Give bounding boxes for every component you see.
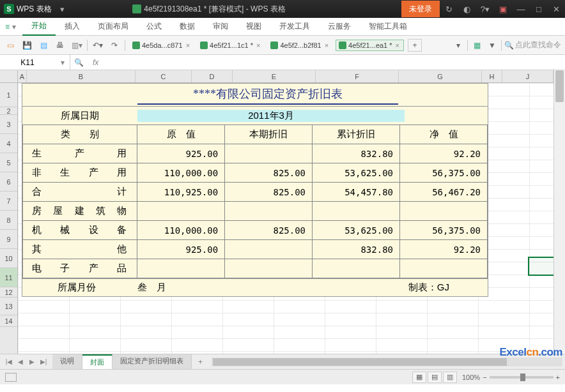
tool-icon-2[interactable]: ▼	[486, 39, 499, 52]
row-header-1[interactable]: 1	[0, 83, 17, 107]
redo-icon[interactable]: ↷	[108, 39, 121, 52]
col-header-H[interactable]: H	[482, 70, 502, 82]
cell[interactable]: 非生产用	[23, 163, 137, 183]
sheet-prev-icon[interactable]: ◀	[15, 357, 26, 367]
cell[interactable]: 92.20	[400, 144, 488, 163]
cell[interactable]	[225, 240, 313, 259]
cell[interactable]	[313, 259, 400, 278]
print-direct-icon[interactable]: ▥▾	[70, 39, 83, 52]
ribbon-tab-5[interactable]: 审阅	[204, 18, 237, 36]
row-header-14[interactable]: 14	[0, 315, 17, 327]
ribbon-toggle-icon[interactable]: ▣	[495, 1, 511, 17]
print-preview-icon[interactable]: ▤	[37, 39, 50, 52]
doc-tab-close-icon[interactable]: ×	[394, 41, 401, 49]
col-header-G[interactable]: G	[399, 70, 482, 82]
cell[interactable]: 54,457.80	[313, 183, 400, 202]
cell[interactable]	[137, 259, 225, 278]
doc-tab-close-icon[interactable]: ×	[323, 41, 330, 49]
col-header-A[interactable]: A	[18, 70, 27, 82]
cell[interactable]: 56,467.20	[400, 183, 488, 202]
add-sheet-icon[interactable]: +	[192, 358, 209, 366]
cell[interactable]	[400, 202, 488, 221]
cell[interactable]: 53,625.00	[313, 221, 400, 240]
menu-icon[interactable]: ≡	[5, 22, 10, 31]
ribbon-tab-3[interactable]: 公式	[137, 18, 171, 36]
cell[interactable]: 110,925.00	[137, 183, 225, 202]
dropdown-icon[interactable]: ▾	[12, 22, 16, 31]
col-header-F[interactable]: F	[316, 70, 399, 82]
formula-search-icon[interactable]: 🔍	[70, 58, 88, 67]
zoom-value[interactable]: 100%	[462, 373, 480, 381]
row-header-6[interactable]: 6	[0, 172, 17, 192]
fx-icon[interactable]: fx	[88, 58, 104, 67]
zoom-out-icon[interactable]: −	[483, 373, 486, 381]
ribbon-tab-6[interactable]: 视图	[237, 18, 270, 36]
doc-tab-close-icon[interactable]: ×	[185, 41, 191, 49]
doc-tab-close-icon[interactable]: ×	[255, 41, 261, 49]
row-header-5[interactable]: 5	[0, 153, 17, 172]
row-header-13[interactable]: 13	[0, 298, 17, 315]
ribbon-tab-9[interactable]: 智能工具箱	[360, 18, 416, 36]
cell[interactable]: 其他	[23, 240, 137, 259]
name-box-dropdown-icon[interactable]: ▾	[61, 58, 65, 67]
formula-input[interactable]	[104, 58, 565, 67]
name-box[interactable]: ▾	[0, 55, 70, 70]
period-label[interactable]: 所属日期	[22, 110, 137, 122]
row-header-12[interactable]: 12	[0, 287, 17, 298]
ribbon-tab-2[interactable]: 页面布局	[89, 18, 137, 36]
table-header-2[interactable]: 本期折旧	[225, 125, 313, 144]
cell[interactable]: 925.00	[137, 240, 225, 259]
cell[interactable]	[137, 202, 225, 221]
tab-list-icon[interactable]: ▾	[452, 39, 465, 52]
add-tab-icon[interactable]: +	[408, 39, 422, 52]
cell[interactable]	[313, 202, 400, 221]
sheet-next-icon[interactable]: ▶	[27, 357, 37, 367]
footer-month-label[interactable]: 所属月份	[22, 282, 131, 294]
maximize-icon[interactable]: □	[530, 1, 547, 17]
zoom-thumb[interactable]	[520, 373, 525, 381]
close-icon[interactable]: ✕	[548, 1, 565, 17]
select-all-corner[interactable]	[0, 70, 18, 83]
table-header-4[interactable]: 净 值	[400, 125, 488, 144]
cell[interactable]: 832.80	[313, 144, 400, 163]
cell[interactable]: 925.00	[137, 144, 225, 163]
zoom-slider[interactable]	[490, 376, 553, 379]
app-menu-dropdown-icon[interactable]: ▾	[54, 1, 71, 17]
vertical-scroll-thumb[interactable]	[555, 70, 564, 102]
cell[interactable]: 832.80	[313, 240, 400, 259]
col-header-B[interactable]: B	[27, 70, 135, 82]
cell[interactable]: 合计	[23, 183, 137, 202]
footer-author[interactable]: 制表：GJ	[408, 282, 488, 294]
row-header-8[interactable]: 8	[0, 211, 17, 230]
report-title[interactable]: ****有限公司固定资产折旧表	[137, 84, 398, 105]
cell[interactable]	[225, 259, 313, 278]
cell[interactable]: 825.00	[225, 221, 313, 240]
cell[interactable]: 56,375.00	[400, 221, 488, 240]
cell[interactable]: 56,375.00	[400, 163, 488, 183]
cell[interactable]: 110,000.00	[137, 221, 225, 240]
table-header-1[interactable]: 原 值	[137, 125, 225, 144]
sheet-tab-2[interactable]: 固定资产折旧明细表	[112, 354, 192, 369]
normal-view-icon[interactable]: ▦	[412, 372, 426, 383]
ribbon-tab-7[interactable]: 开发工具	[270, 18, 319, 36]
row-header-2[interactable]: 2	[0, 107, 17, 115]
cell[interactable]	[225, 144, 313, 163]
ribbon-tab-0[interactable]: 开始	[22, 18, 56, 36]
sheet-tab-1[interactable]: 封面	[82, 354, 112, 369]
cell-reference-input[interactable]	[5, 58, 50, 67]
row-header-9[interactable]: 9	[0, 230, 17, 249]
horizontal-scrollbar[interactable]	[212, 358, 562, 366]
col-header-E[interactable]: E	[233, 70, 316, 82]
row-header-10[interactable]: 10	[0, 249, 17, 268]
horizontal-scroll-thumb[interactable]	[213, 358, 507, 366]
new-icon[interactable]: ▭	[4, 39, 17, 52]
doc-tab-1[interactable]: 4e5f21...1c1 *×	[197, 40, 265, 51]
doc-tab-0[interactable]: 4e5da...c871×	[129, 40, 194, 51]
cell[interactable]: 机械设备	[23, 221, 137, 240]
zoom-in-icon[interactable]: +	[556, 373, 560, 381]
col-header-J[interactable]: J	[502, 70, 553, 82]
cell[interactable]	[225, 202, 313, 221]
command-search[interactable]: 🔍 点此查找命令	[504, 40, 561, 50]
cell[interactable]: 825.00	[225, 183, 313, 202]
cell-mode-icon[interactable]	[5, 373, 17, 382]
